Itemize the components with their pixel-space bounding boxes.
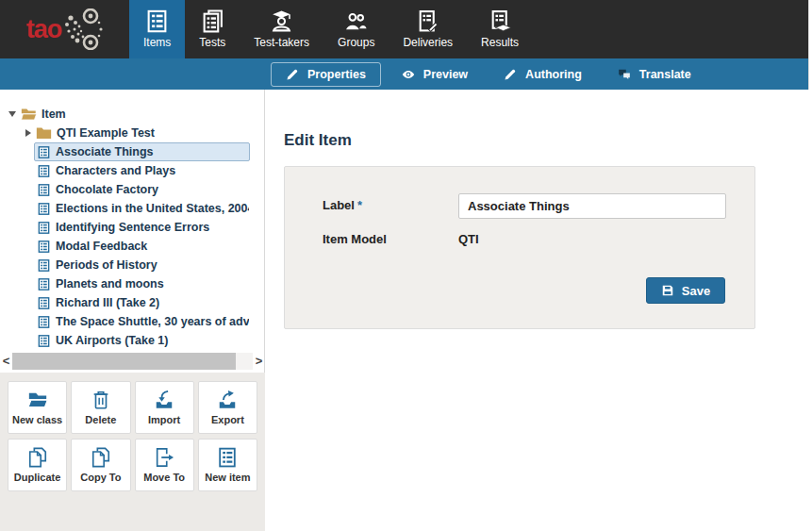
tree-item-uk-airports[interactable]: UK Airports (Take 1) <box>34 331 250 350</box>
item-doc-icon <box>38 241 50 253</box>
tree-item-label: UK Airports (Take 1) <box>56 334 168 347</box>
tree-item-label: Elections in the United States, 2004 <box>56 202 250 215</box>
move-icon <box>154 447 174 468</box>
page-title: Edit Item <box>284 131 352 150</box>
nav-item-label: Items <box>143 36 171 49</box>
item-action-bar: Properties Preview Authoring Translate <box>0 58 808 90</box>
item-doc-icon <box>38 335 50 347</box>
tab-properties[interactable]: Properties <box>271 62 381 87</box>
tree-item-label: Chocolate Factory <box>56 183 158 196</box>
edit-item-content: Edit Item Label* Item Model QTI Save <box>265 90 812 531</box>
item-model-value: QTI <box>458 232 479 246</box>
import-icon <box>154 390 174 410</box>
save-button[interactable]: Save <box>646 277 725 304</box>
tab-authoring[interactable]: Authoring <box>489 62 597 87</box>
test-takers-icon <box>270 9 293 33</box>
pencil-icon <box>504 68 517 81</box>
tests-icon <box>201 9 224 33</box>
new-item-icon <box>217 447 238 468</box>
folder-closed-icon <box>36 126 52 140</box>
pencil-icon <box>286 68 299 81</box>
tree-item-richard-iii[interactable]: Richard III (Take 2) <box>34 293 250 312</box>
scrollbar-track[interactable] <box>12 353 253 370</box>
tree-item-label: Richard III (Take 2) <box>56 296 159 309</box>
tree-item-space-shuttle[interactable]: The Space Shuttle, 30 years of adventur <box>34 312 250 331</box>
scrollbar-thumb[interactable] <box>12 353 236 370</box>
label-field-label: Label* <box>323 198 362 212</box>
new-item-button[interactable]: New item <box>198 439 257 491</box>
tree-root-item[interactable]: Item <box>0 105 264 124</box>
tree-folder-qti-example-test[interactable]: QTI Example Test <box>0 124 264 142</box>
items-icon <box>145 9 169 33</box>
tree-item-identifying-sentence-errors[interactable]: Identifying Sentence Errors <box>34 218 250 237</box>
duplicate-button[interactable]: Duplicate <box>8 439 67 491</box>
nav-item-groups[interactable]: Groups <box>323 0 389 58</box>
tab-label: Authoring <box>525 68 582 81</box>
item-doc-icon <box>38 203 50 215</box>
nav-item-label: Deliveries <box>403 36 453 49</box>
tile-label: Copy To <box>80 472 121 483</box>
top-navigation-bar: tao Items Tests Test-takers Groups <box>0 0 808 58</box>
nav-item-label: Groups <box>338 36 374 49</box>
import-button[interactable]: Import <box>135 381 194 434</box>
export-icon <box>217 390 238 410</box>
export-button[interactable]: Export <box>198 381 257 434</box>
nav-item-tests[interactable]: Tests <box>185 0 240 58</box>
tree-item-label: Modal Feedback <box>56 240 147 253</box>
tree-item-elections-us-2004[interactable]: Elections in the United States, 2004 <box>34 199 250 218</box>
label-input[interactable] <box>458 193 726 219</box>
tree-item-label: Characters and Plays <box>56 164 175 177</box>
tab-label: Translate <box>639 68 691 81</box>
tao-logo-text: tao <box>26 15 62 44</box>
tree-item-label: Associate Things <box>56 145 154 158</box>
copy-to-button[interactable]: Copy To <box>71 439 130 491</box>
nav-item-deliveries[interactable]: Deliveries <box>389 0 467 58</box>
tao-logo[interactable]: tao <box>0 0 129 58</box>
scroll-right-arrow[interactable]: > <box>253 352 265 371</box>
tile-label: New class <box>12 414 62 425</box>
tree-item-characters-and-plays[interactable]: Characters and Plays <box>34 161 250 180</box>
tree-item-label: Identifying Sentence Errors <box>56 221 209 234</box>
tile-label: Import <box>148 414 180 425</box>
nav-item-test-takers[interactable]: Test-takers <box>240 0 323 58</box>
item-doc-icon <box>38 278 50 290</box>
tree-root-label: Item <box>41 108 66 121</box>
nav-item-items[interactable]: Items <box>129 0 185 58</box>
folder-open-icon <box>21 108 37 121</box>
item-doc-icon <box>38 184 50 196</box>
tile-label: Delete <box>85 414 116 425</box>
tab-label: Preview <box>423 68 468 81</box>
tree-item-planets-and-moons[interactable]: Planets and moons <box>34 274 250 293</box>
nav-item-results[interactable]: Results <box>467 0 533 58</box>
tree-item-associate-things[interactable]: Associate Things <box>34 142 250 161</box>
item-model-label: Item Model <box>323 232 387 246</box>
results-icon <box>489 9 512 33</box>
tree-item-label: Periods of History <box>56 258 157 272</box>
tile-label: Export <box>211 414 244 425</box>
caret-right-icon[interactable] <box>25 129 31 137</box>
scroll-left-arrow[interactable]: < <box>0 352 12 371</box>
move-to-button[interactable]: Move To <box>135 439 194 491</box>
duplicate-icon <box>27 447 48 468</box>
tree-horizontal-scrollbar: < > <box>0 352 265 371</box>
item-doc-icon <box>38 259 50 272</box>
resource-tree-panel: Item QTI Example Test Associate Things C… <box>0 90 265 531</box>
tree-item-periods-of-history[interactable]: Periods of History <box>34 256 250 274</box>
tile-label: New item <box>205 472 250 483</box>
tab-label: Properties <box>307 68 366 81</box>
tree-item-label: The Space Shuttle, 30 years of adventur <box>56 315 250 328</box>
tree-item-chocolate-factory[interactable]: Chocolate Factory <box>34 180 250 199</box>
trash-icon <box>91 390 111 410</box>
tree-item-modal-feedback[interactable]: Modal Feedback <box>34 237 250 256</box>
new-class-button[interactable]: New class <box>8 381 67 434</box>
tab-translate[interactable]: Translate <box>603 62 706 87</box>
caret-down-icon[interactable] <box>8 111 16 117</box>
tree-folder-label: QTI Example Test <box>57 126 155 140</box>
item-doc-icon <box>38 316 50 328</box>
copy-icon <box>91 447 111 468</box>
delete-button[interactable]: Delete <box>71 381 130 434</box>
tile-label: Duplicate <box>14 472 61 483</box>
folder-icon <box>27 390 48 410</box>
tab-preview[interactable]: Preview <box>387 62 483 87</box>
nav-item-label: Tests <box>199 36 225 49</box>
